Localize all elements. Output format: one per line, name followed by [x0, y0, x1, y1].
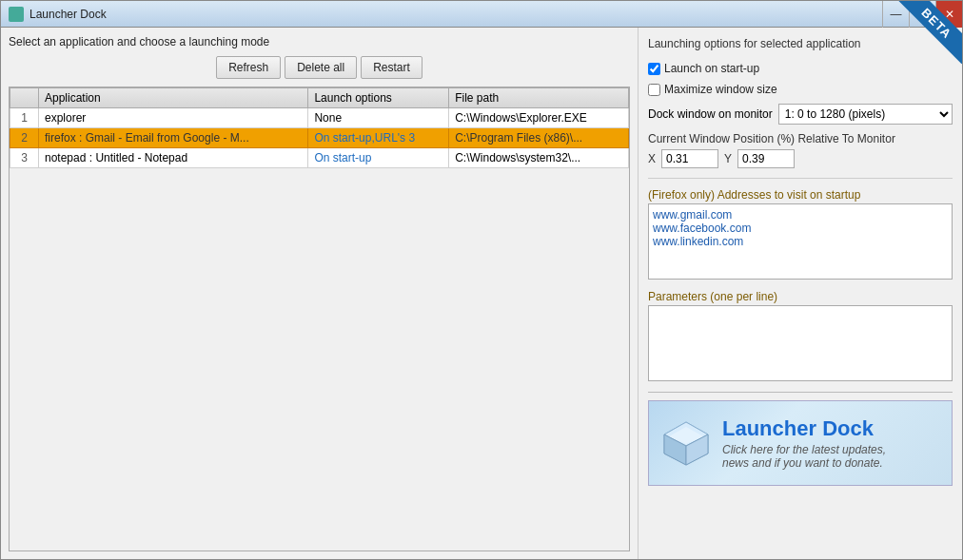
parameters-label: Parameters (one per line) [648, 290, 953, 303]
table-cell-num: 2 [10, 128, 39, 148]
content-area: Select an application and choose a launc… [1, 28, 962, 559]
left-panel: Select an application and choose a launc… [1, 28, 639, 559]
separator-line [648, 392, 953, 393]
dock-monitor-row: Dock window on monitor 1: 0 to 1280 (pix… [648, 104, 953, 125]
table-cell-path: C:\Windows\system32\... [449, 148, 629, 168]
ad-logo-icon [660, 417, 713, 470]
firefox-addresses-textarea[interactable]: www.gmail.com www.facebook.com www.linke… [648, 203, 953, 280]
launch-on-startup-row: Launch on start-up [648, 62, 953, 75]
table-row[interactable]: 1explorerNoneC:\Windows\Explorer.EXE [10, 108, 629, 128]
position-row: X Y [648, 149, 953, 168]
launch-on-startup-label: Launch on start-up [664, 62, 759, 75]
col-header-path: File path [449, 88, 629, 108]
ad-logo-box [660, 417, 713, 470]
refresh-button[interactable]: Refresh [216, 56, 281, 79]
app-icon [9, 7, 24, 22]
table-cell-path: C:\Windows\Explorer.EXE [449, 108, 629, 128]
maximize-button[interactable]: □ [909, 1, 935, 28]
divider-1 [648, 178, 953, 179]
table-cell-num: 1 [10, 108, 39, 128]
table-header-row: Application Launch options File path [10, 88, 629, 108]
minimize-button[interactable]: — [882, 1, 909, 28]
x-label: X [648, 152, 656, 165]
ad-title-plain: Launcher [722, 416, 816, 440]
ad-text-section: Launcher Dock Click here for the latest … [722, 416, 940, 470]
ad-subtitle: Click here for the latest updates,news a… [722, 443, 940, 470]
table-cell-app: explorer [39, 108, 308, 128]
col-header-app: Application [39, 88, 308, 108]
table-cell-launch: On start-up [308, 148, 449, 168]
launch-on-startup-checkbox[interactable] [648, 63, 660, 75]
table-cell-launch: None [308, 108, 449, 128]
maximize-window-label: Maximize window size [664, 83, 777, 96]
position-title: Current Window Position (%) Relative To … [648, 132, 953, 145]
restart-button[interactable]: Restart [361, 56, 423, 79]
right-panel-title: Launching options for selected applicati… [648, 37, 953, 50]
toolbar: Refresh Delete all Restart [9, 56, 630, 79]
table-cell-path: C:\Program Files (x86)\... [449, 128, 629, 148]
main-window: Launcher Dock BETA — □ ✕ Select an appli… [0, 0, 963, 560]
applications-table-container: Application Launch options File path 1ex… [9, 87, 630, 551]
dock-monitor-label: Dock window on monitor [648, 107, 773, 121]
ad-banner[interactable]: Launcher Dock Click here for the latest … [648, 400, 953, 486]
dock-monitor-select[interactable]: 1: 0 to 1280 (pixels) 2: 1280 to 2560 (p… [778, 104, 953, 125]
ad-title: Launcher Dock [722, 416, 940, 441]
maximize-window-checkbox[interactable] [648, 84, 660, 96]
delete-all-button[interactable]: Delete all [285, 56, 357, 79]
window-title: Launcher Dock [29, 8, 107, 21]
applications-table: Application Launch options File path 1ex… [10, 87, 629, 168]
instruction-text: Select an application and choose a launc… [9, 35, 630, 48]
title-bar: Launcher Dock BETA — □ ✕ [1, 1, 962, 28]
table-row[interactable]: 3notepad : Untitled - NotepadOn start-up… [10, 148, 629, 168]
ad-title-blue: Dock [822, 416, 874, 440]
table-cell-num: 3 [10, 148, 39, 168]
col-header-num [10, 88, 39, 108]
table-row[interactable]: 2firefox : Gmail - Email from Google - M… [10, 128, 629, 148]
firefox-addresses-section: (Firefox only) Addresses to visit on sta… [648, 188, 953, 282]
maximize-window-row: Maximize window size [648, 83, 953, 96]
y-label: Y [724, 152, 732, 165]
parameters-section: Parameters (one per line) [648, 290, 953, 384]
table-cell-launch: On start-up,URL's 3 [308, 128, 449, 148]
firefox-addresses-label: (Firefox only) Addresses to visit on sta… [648, 188, 953, 202]
title-controls: — □ ✕ [882, 1, 962, 28]
position-section: Current Window Position (%) Relative To … [648, 132, 953, 168]
x-position-input[interactable] [661, 149, 718, 168]
close-button[interactable]: ✕ [935, 1, 962, 28]
parameters-textarea[interactable] [648, 305, 953, 381]
right-panel: Launching options for selected applicati… [639, 28, 962, 559]
table-cell-app: firefox : Gmail - Email from Google - M.… [39, 128, 308, 148]
table-cell-app: notepad : Untitled - Notepad [39, 148, 308, 168]
y-position-input[interactable] [737, 149, 795, 168]
col-header-launch: Launch options [308, 88, 449, 108]
